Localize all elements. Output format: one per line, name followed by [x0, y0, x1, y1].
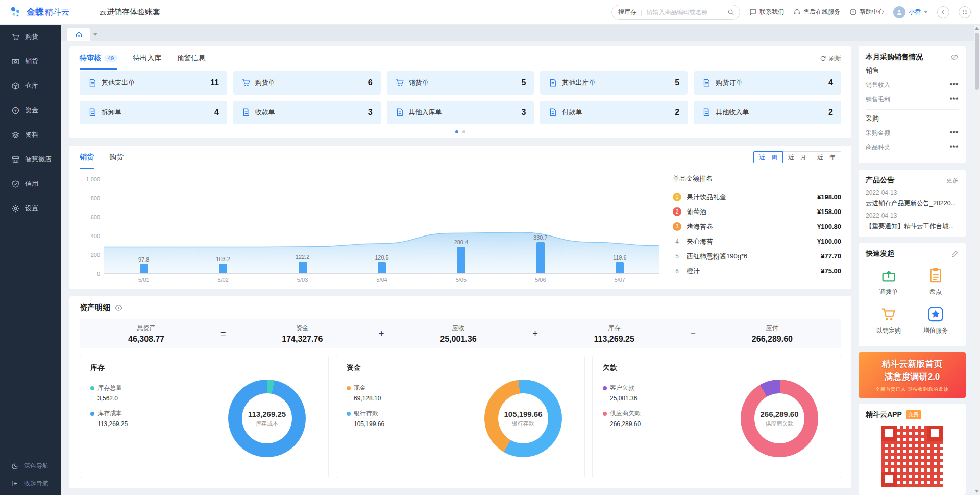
- layers-icon: [11, 131, 20, 139]
- sidebar-item-micro-store[interactable]: 智慧微店: [0, 147, 61, 172]
- funds-total: 资金 174,327.76: [282, 324, 323, 344]
- collapse-nav-button[interactable]: 收起导航: [0, 475, 61, 492]
- sales-profit-row: 销售毛利 ***: [866, 95, 959, 104]
- search-scope-label[interactable]: 搜库存: [618, 8, 636, 16]
- bar-5-07[interactable]: [616, 262, 624, 273]
- search-icon[interactable]: [727, 9, 734, 16]
- range-month-button[interactable]: 近一月: [782, 151, 812, 163]
- user-name: 小乔: [909, 8, 921, 16]
- sidebar-item-funds[interactable]: ¥ 资金: [0, 98, 61, 123]
- home-tab[interactable]: [67, 28, 90, 41]
- sidebar-item-purchase[interactable]: 购货: [0, 25, 61, 49]
- bronze-medal-icon: 3: [673, 222, 681, 231]
- assets-detail-card: 资产明细 总资产 46,308.77 = 资金: [69, 296, 851, 488]
- pending-count-badge: 49: [104, 55, 117, 62]
- todo-tile-purchase-request[interactable]: 购货订单 4: [694, 71, 841, 95]
- tab-sales[interactable]: 销货: [80, 146, 94, 169]
- bar-5-04[interactable]: [378, 262, 386, 273]
- purchase-amount-row: 采购金额 ***: [866, 129, 959, 137]
- quick-transfer-order[interactable]: 调拨单: [868, 267, 910, 296]
- edit-pencil-icon[interactable]: [951, 250, 959, 258]
- user-menu[interactable]: 小乔: [893, 6, 928, 18]
- quick-stocktake[interactable]: 盘点: [915, 267, 957, 296]
- todo-tile-other-inbound[interactable]: 其他入库单 3: [387, 101, 534, 124]
- person-icon: [896, 9, 903, 16]
- collapse-left-icon: [11, 480, 19, 487]
- refresh-button[interactable]: 刷新: [820, 54, 841, 63]
- todo-tile-other-income[interactable]: 其他收入单 2: [694, 101, 841, 124]
- item-amount-ranking: 单品金额排名 1 果汁饮品礼盒 ¥198.00 2 葡萄酒 ¥158.00: [673, 169, 841, 283]
- bar-series: 97.8 103.2 122.2 120.5 280.4 330.7 119.6: [104, 179, 659, 273]
- jdy-logo[interactable]: 金蝶精斗云: [9, 6, 86, 19]
- todo-tile-payment[interactable]: 付款单 2: [540, 101, 688, 124]
- todo-tile-other-outbound[interactable]: 其他出库单 5: [540, 71, 688, 95]
- store-icon: [11, 155, 20, 164]
- gear-icon: [11, 204, 20, 213]
- quick-value-added-service[interactable]: 增值服务: [915, 305, 957, 335]
- inventory-search[interactable]: 搜库存 |: [611, 5, 740, 20]
- todo-tile-sales-order[interactable]: 销货单 5: [387, 71, 534, 95]
- notice-link[interactable]: 云进销存产品更新公告_20220...: [866, 199, 959, 208]
- sidebar-item-warehouse[interactable]: 仓库: [0, 74, 61, 98]
- eye-icon[interactable]: [114, 303, 123, 312]
- eye-off-icon[interactable]: [950, 53, 959, 61]
- sales-revenue-row: 销售收入 ***: [866, 81, 959, 89]
- scroll-thumb[interactable]: [975, 33, 979, 90]
- monthly-summary-card: 本月采购销售情况 销售 销售收入 *** 销售毛利 ***: [859, 46, 966, 163]
- bar-5-02[interactable]: [219, 264, 227, 273]
- todo-tile-purchase-order[interactable]: 购货单 6: [233, 71, 381, 95]
- cart-icon: [241, 78, 251, 87]
- sales-trend-chart: 1,000800 600400 2000: [80, 169, 673, 283]
- dark-nav-toggle[interactable]: 深色导航: [0, 457, 61, 475]
- sidebar-item-settings[interactable]: 设置: [0, 196, 61, 221]
- after-sales-service-link[interactable]: 售后在线服务: [793, 8, 840, 16]
- pager-dot-2[interactable]: [462, 130, 465, 133]
- tab-warning-info[interactable]: 预警信息: [177, 46, 205, 70]
- notice-link[interactable]: 【重要通知】精斗云工作台城...: [866, 222, 959, 231]
- apps-button[interactable]: [959, 6, 971, 18]
- tab-purchase[interactable]: 购货: [109, 146, 124, 169]
- more-link[interactable]: 更多: [946, 176, 959, 185]
- sidebar-item-data[interactable]: 资料: [0, 123, 61, 147]
- left-nav-sidebar: 购货 销货 仓库 ¥ 资金: [0, 25, 61, 495]
- sidebar-item-sales[interactable]: 销货: [0, 49, 61, 74]
- legend-dot: [90, 412, 94, 416]
- shield-icon: [11, 180, 20, 188]
- back-old-version-button[interactable]: [937, 6, 949, 18]
- inventory-total: 库存 113,269.25: [594, 324, 634, 344]
- bar-5-01[interactable]: [140, 264, 148, 273]
- refresh-icon: [820, 55, 826, 62]
- todo-tile-other-expense[interactable]: 其他支出单 11: [80, 71, 227, 95]
- search-input[interactable]: [646, 9, 727, 16]
- todo-tile-receipt[interactable]: 收款单 3: [233, 101, 381, 124]
- bar-5-03[interactable]: [299, 262, 307, 273]
- scroll-down-arrow[interactable]: [975, 490, 979, 493]
- scroll-up-arrow[interactable]: [975, 27, 979, 30]
- help-center-link[interactable]: ? 帮助中心: [849, 8, 884, 16]
- window-scrollbar[interactable]: [974, 25, 980, 495]
- range-week-button[interactable]: 近一周: [753, 151, 783, 163]
- todo-tile-disassembly[interactable]: 拆卸单 4: [80, 101, 227, 124]
- tab-pending-approval[interactable]: 待审核 49: [80, 46, 117, 70]
- bar-5-06[interactable]: [536, 242, 545, 273]
- pager-dot-1[interactable]: [455, 130, 458, 133]
- equals-sign: =: [220, 328, 226, 339]
- contact-us-link[interactable]: 联系我们: [749, 8, 784, 16]
- quick-purchase-by-sales[interactable]: 以销定购: [868, 305, 910, 335]
- bar-5-05[interactable]: [457, 247, 465, 273]
- survey-banner[interactable]: 精斗云新版首页 满意度调研2.0 全新首页已来 期待收到您的反馈: [859, 352, 966, 398]
- receivable-total: 应收 25,001.36: [440, 324, 476, 344]
- sidebar-item-credit[interactable]: 信用: [0, 172, 61, 196]
- tab-list-dropdown[interactable]: [90, 28, 101, 41]
- quick-launch-card: 快速发起 调拨单: [859, 243, 966, 346]
- apps-grid-icon: [962, 9, 968, 15]
- app-qr-code: [879, 423, 945, 489]
- free-badge: 免费: [906, 410, 921, 419]
- tab-pending-inout[interactable]: 待出入库: [133, 46, 161, 70]
- range-year-button[interactable]: 近一年: [812, 151, 841, 163]
- gold-medal-icon: 1: [673, 193, 681, 201]
- avatar: [893, 6, 905, 18]
- bill-icon: [702, 78, 711, 87]
- headset-icon: [793, 8, 801, 16]
- bill-icon: [395, 108, 404, 117]
